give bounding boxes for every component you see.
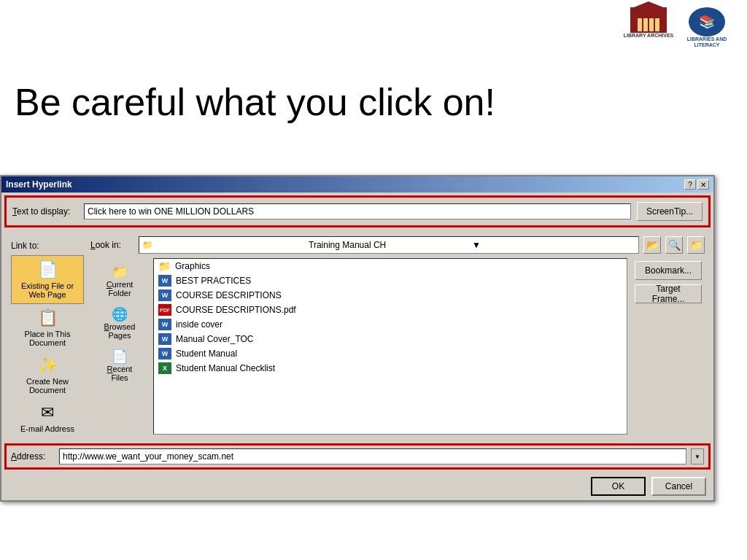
- dialog-controls: ? ✕: [684, 179, 709, 190]
- file-item-course-desc[interactable]: W COURSE DESCRIPTIONS: [154, 288, 627, 303]
- dialog-titlebar: Insert Hyperlink ? ✕: [1, 176, 713, 192]
- link-to-panel: Link to: 📄 Existing File orWeb Page 📋 Pl…: [7, 233, 88, 438]
- main-heading: Be careful what you click on!: [15, 80, 495, 124]
- column: [638, 18, 642, 31]
- link-item-create-new[interactable]: ✨ Create NewDocument: [11, 351, 84, 399]
- file-name: COURSE DESCRIPTIONS.pdf: [176, 305, 296, 315]
- file-name: Graphics: [175, 261, 210, 271]
- file-item-graphics[interactable]: 📁 Graphics: [154, 259, 627, 273]
- literacy-logo-text: LIBRARIES AND LITERACY: [681, 36, 732, 49]
- excel-icon: X: [158, 362, 171, 374]
- existing-file-label: Existing File orWeb Page: [21, 281, 74, 299]
- up-folder-button[interactable]: 📂: [643, 236, 661, 254]
- file-name: Student Manual: [176, 349, 237, 359]
- folder-icon: 📁: [142, 240, 306, 250]
- text-to-display-label: Text to display:: [12, 206, 78, 217]
- look-in-label: Look in:: [90, 240, 134, 250]
- search-web-button[interactable]: 🔍: [665, 236, 683, 254]
- nav-panel: 📁 CurrentFolder 🌐 BrowsedPages 📄 RecentF…: [90, 258, 149, 435]
- place-document-label: Place in ThisDocument: [25, 330, 71, 347]
- file-item-inside-cover[interactable]: W inside cover: [154, 317, 627, 332]
- address-input[interactable]: http://www.we_want_your_money_scam.net: [59, 448, 686, 464]
- place-document-icon: 📋: [38, 308, 58, 327]
- building-icon: [630, 7, 667, 33]
- text-to-display-row: Text to display: ScreenTip...: [4, 195, 711, 228]
- file-item-course-desc-pdf[interactable]: PDF COURSE DESCRIPTIONS.pdf: [154, 303, 627, 317]
- look-in-value: Training Manual CH: [309, 240, 472, 250]
- look-in-select[interactable]: 📁 Training Manual CH ▼: [139, 236, 639, 254]
- recent-files-nav[interactable]: 📄 RecentFiles: [90, 346, 149, 385]
- literacy-logo-circle: [689, 7, 725, 36]
- logos-area: LIBRARY ARCHIVES LIBRARIES AND LITERACY: [623, 7, 732, 51]
- cancel-button[interactable]: Cancel: [651, 477, 706, 496]
- browsed-pages-nav[interactable]: 🌐 BrowsedPages: [90, 303, 149, 343]
- word-icon: W: [158, 333, 171, 345]
- help-button[interactable]: ?: [684, 179, 696, 190]
- current-folder-icon: 📁: [112, 264, 128, 280]
- word-icon: W: [158, 319, 171, 330]
- recent-files-label: RecentFiles: [107, 365, 133, 382]
- file-list: 📁 Graphics W BEST PRACTICES W COURSE DES…: [153, 258, 627, 435]
- column: [649, 18, 654, 31]
- file-browser: 📁 CurrentFolder 🌐 BrowsedPages 📄 RecentF…: [90, 258, 705, 435]
- recent-files-icon: 📄: [112, 349, 128, 365]
- create-new-icon: ✨: [38, 356, 58, 375]
- screentip-button[interactable]: ScreenTip...: [637, 202, 703, 221]
- current-folder-label: CurrentFolder: [107, 280, 133, 298]
- library-archives-logo: LIBRARY ARCHIVES: [623, 7, 674, 51]
- column: [643, 18, 648, 31]
- close-button[interactable]: ✕: [697, 179, 709, 190]
- link-to-label: Link to:: [7, 241, 39, 251]
- word-icon: W: [158, 348, 171, 359]
- file-name: COURSE DESCRIPTIONS: [176, 290, 282, 300]
- link-item-place-document[interactable]: 📋 Place in ThisDocument: [11, 304, 84, 351]
- file-name: inside cover: [176, 319, 222, 330]
- dropdown-arrow: ▼: [472, 240, 635, 250]
- current-folder-nav[interactable]: 📁 CurrentFolder: [90, 261, 149, 300]
- email-label: E-mail Address: [20, 424, 74, 433]
- address-value: http://www.we_want_your_money_scam.net: [63, 451, 233, 462]
- folder-icon: 📁: [158, 260, 171, 272]
- link-item-email[interactable]: ✉ E-mail Address: [11, 399, 84, 438]
- right-action-buttons: Bookmark... Target Frame...: [632, 258, 705, 435]
- address-label: Address:: [11, 451, 55, 462]
- file-name: Manual Cover_TOC: [176, 334, 254, 344]
- dialog-body: Link to: 📄 Existing File orWeb Page 📋 Pl…: [1, 230, 713, 440]
- link-item-existing-file[interactable]: 📄 Existing File orWeb Page: [11, 255, 84, 304]
- insert-hyperlink-dialog: Insert Hyperlink ? ✕ Text to display: Sc…: [0, 175, 715, 502]
- libraries-literacy-logo: LIBRARIES AND LITERACY: [681, 7, 732, 51]
- word-icon: W: [158, 275, 171, 287]
- new-folder-button[interactable]: 📁: [687, 236, 705, 254]
- bookmark-button[interactable]: Bookmark...: [635, 261, 702, 280]
- main-content-area: Look in: 📁 Training Manual CH ▼ 📂 🔍 📁 📁 …: [88, 233, 708, 438]
- word-icon: W: [158, 289, 171, 301]
- column: [655, 18, 659, 31]
- document-icon: 📄: [38, 260, 58, 279]
- file-name: BEST PRACTICES: [176, 276, 251, 286]
- address-dropdown-button[interactable]: ▼: [691, 448, 704, 464]
- ok-button[interactable]: OK: [591, 477, 646, 496]
- email-icon: ✉: [41, 403, 54, 422]
- dialog-title: Insert Hyperlink: [6, 179, 72, 190]
- text-to-display-input[interactable]: [84, 203, 631, 219]
- create-new-label: Create NewDocument: [26, 377, 69, 394]
- pdf-icon: PDF: [158, 304, 171, 316]
- target-frame-button[interactable]: Target Frame...: [635, 284, 702, 303]
- file-item-best-practices[interactable]: W BEST PRACTICES: [154, 273, 627, 288]
- browsed-pages-icon: 🌐: [112, 306, 128, 322]
- file-item-student-checklist[interactable]: X Student Manual Checklist: [154, 361, 627, 376]
- file-name: Student Manual Checklist: [176, 363, 275, 373]
- browsed-pages-label: BrowsedPages: [104, 322, 136, 340]
- look-in-row: Look in: 📁 Training Manual CH ▼ 📂 🔍 📁: [90, 236, 705, 254]
- file-item-manual-cover[interactable]: W Manual Cover_TOC: [154, 332, 627, 346]
- library-logo-text: LIBRARY ARCHIVES: [624, 33, 674, 39]
- building-columns: [638, 18, 659, 31]
- bottom-buttons-row: OK Cancel: [1, 472, 713, 500]
- address-row: Address: http://www.we_want_your_money_s…: [4, 443, 711, 470]
- file-item-student-manual[interactable]: W Student Manual: [154, 346, 627, 361]
